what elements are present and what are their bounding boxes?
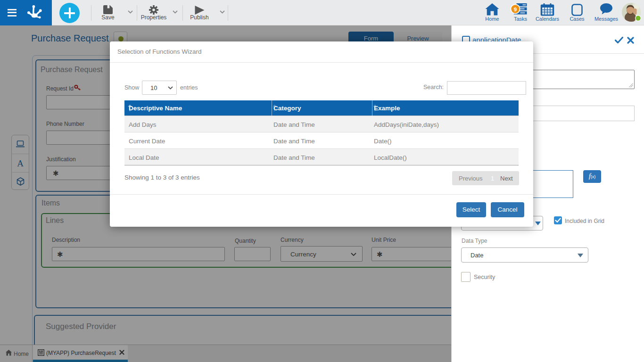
svg-text:9: 9 [514,7,517,12]
